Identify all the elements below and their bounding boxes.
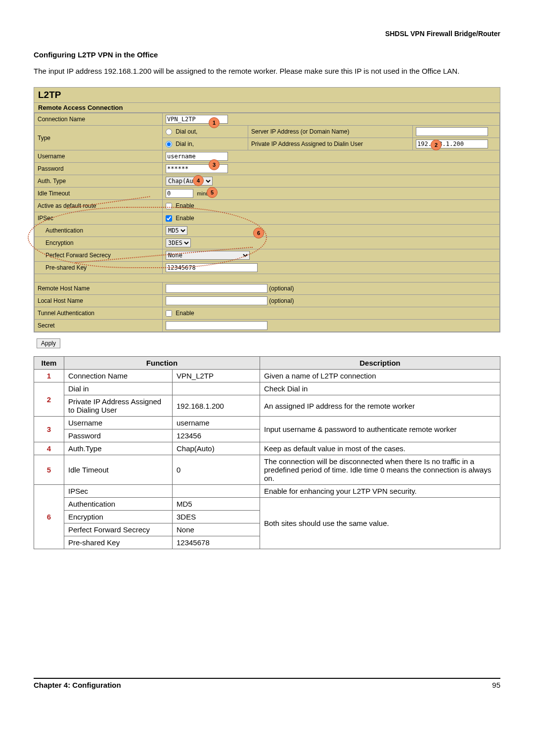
idle-timeout-input[interactable]: [166, 189, 193, 198]
l2tp-panel: L2TP Remote Access Connection Connection…: [34, 87, 500, 332]
authentication-select[interactable]: MD5: [166, 226, 187, 235]
label-default-route: Active as default route: [35, 200, 163, 212]
label-optional-2: (optional): [269, 297, 294, 304]
label-tunnel-auth: Tunnel Authentication: [35, 307, 163, 320]
label-remote-host: Remote Host Name: [35, 283, 163, 295]
panel-title: L2TP: [34, 88, 500, 103]
label-enable-2: Enable: [176, 215, 194, 222]
table-row: Authentication MD5 Both sites should use…: [34, 498, 500, 511]
label-secret: Secret: [35, 320, 163, 332]
default-route-checkbox[interactable]: [166, 203, 172, 209]
doc-header: SHDSL VPN Firewall Bridge/Router: [34, 30, 500, 38]
th-description: Description: [260, 357, 500, 370]
pfs-select[interactable]: None: [166, 251, 250, 260]
page-footer: Chapter 4: Configuration 95: [34, 678, 500, 689]
preshared-input[interactable]: [166, 263, 258, 272]
server-ip-input[interactable]: [416, 127, 488, 136]
footer-left: Chapter 4: Configuration: [34, 681, 121, 689]
label-enable-1: Enable: [176, 202, 194, 209]
label-dialin: Dial in,: [176, 141, 194, 147]
table-row: 3 Username username Input username & pas…: [34, 417, 500, 429]
label-authtype: Auth. Type: [35, 175, 163, 188]
label-connection-name: Connection Name: [35, 113, 163, 126]
label-dialout: Dial out,: [176, 128, 197, 135]
label-pfs: Perfect Forward Secrecy: [35, 249, 163, 262]
panel-section: Remote Access Connection: [34, 103, 500, 113]
label-preshared: Pre-shared Key: [35, 262, 163, 274]
l2tp-form: Connection Name Type Dial out, Server IP…: [34, 113, 500, 332]
label-idle-timeout: Idle Timeout: [35, 188, 163, 200]
table-row: 4 Auth.Type Chap(Auto) Keep as default v…: [34, 442, 500, 455]
type-dialout-radio[interactable]: [166, 129, 172, 135]
th-item: Item: [34, 357, 64, 370]
label-encryption: Encryption: [35, 237, 163, 249]
type-dialin-radio[interactable]: [166, 141, 172, 147]
label-type: Type: [35, 126, 163, 150]
label-optional-1: (optional): [269, 285, 294, 292]
th-function: Function: [64, 357, 260, 370]
table-row: 5 Idle Timeout 0 The connection will be …: [34, 455, 500, 485]
table-row: 6 IPSec Enable for enhancing your L2TP V…: [34, 485, 500, 498]
callout-2: 2: [431, 140, 442, 150]
table-row: Private IP Address Assigned to Dialing U…: [34, 395, 500, 417]
label-enable-3: Enable: [176, 310, 194, 317]
callout-3: 3: [209, 159, 220, 170]
label-authentication: Authentication: [35, 225, 163, 237]
apply-button[interactable]: Apply: [37, 338, 60, 348]
apply-row: Apply: [34, 335, 500, 351]
encryption-select[interactable]: 3DES: [166, 238, 191, 247]
description-table: Item Function Description 1 Connection N…: [34, 356, 500, 549]
label-username: Username: [35, 150, 163, 163]
footer-page-number: 95: [492, 681, 500, 689]
username-input[interactable]: [166, 152, 228, 161]
label-password: Password: [35, 163, 163, 175]
callout-6: 6: [253, 228, 264, 238]
callout-5: 5: [207, 187, 218, 198]
ipsec-checkbox[interactable]: [166, 215, 172, 222]
intro-paragraph: The input IP address 192.168.1.200 will …: [34, 66, 500, 76]
tunnel-auth-checkbox[interactable]: [166, 310, 172, 317]
callout-1: 1: [209, 117, 220, 128]
callout-4: 4: [193, 175, 204, 186]
section-subtitle: Configuring L2TP VPN in the Office: [34, 50, 500, 59]
label-server-ip: Server IP Address (or Domain Name): [248, 126, 413, 138]
local-host-input[interactable]: [166, 296, 267, 305]
authtype-select[interactable]: Chap(Auto): [166, 177, 213, 186]
table-row: 1 Connection Name VPN_L2TP Given a name …: [34, 370, 500, 382]
label-ipsec: IPSec: [35, 212, 163, 225]
label-local-host: Local Host Name: [35, 295, 163, 307]
table-row: 2 Dial in Check Dial in: [34, 382, 500, 395]
label-private-ip: Private IP Address Assigned to Dialin Us…: [248, 138, 413, 150]
secret-input[interactable]: [166, 321, 267, 330]
remote-host-input[interactable]: [166, 284, 267, 293]
private-ip-input[interactable]: [416, 140, 488, 148]
